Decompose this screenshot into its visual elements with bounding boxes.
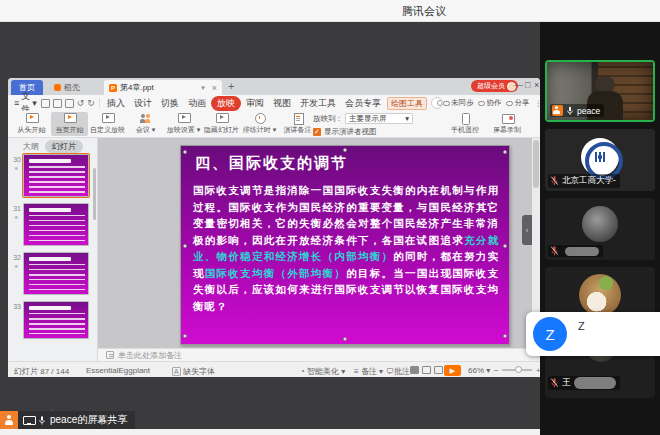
slide-thumbnail-31[interactable] [23,203,89,246]
pane-collapse-handle[interactable]: ‹ [522,215,532,245]
wps-docer-tab[interactable]: 稻壳 [46,80,88,95]
menu-tab-animation[interactable]: 动画 [184,96,210,111]
wps-presentation-window: 首页 稻壳 P 第4章.ppt ▾ × + 超级会员 — □ × ≡ 文件 ▾ [8,78,540,377]
bottom-strip [0,429,540,435]
docer-icon [54,84,61,91]
transition-star-icon: ★ [14,165,18,171]
zoom-slider[interactable] [502,369,532,371]
play-slideshow-button[interactable]: ▶ [444,365,461,376]
maximize-button[interactable]: □ [525,80,530,90]
screen-share-icon [23,416,34,425]
zoom-slider-knob[interactable] [515,366,522,373]
quick-access-toolbar: ↺ ↻ [41,98,100,108]
notes-icon [106,351,114,359]
close-button[interactable]: × [534,80,539,90]
slide-number: 31 [11,205,21,212]
minimize-button[interactable]: — [514,80,523,90]
menu-tab-insert[interactable]: 插入 [103,96,129,111]
participant-tile-3[interactable] [545,198,655,260]
popup-name: Z [578,320,585,332]
menu-tab-transition[interactable]: 切换 [157,96,183,111]
collab-button[interactable]: 协作 [478,98,501,108]
participant-label: 北京工商大学- [548,174,620,188]
phone-remote-button[interactable]: 手机遥控 [445,112,485,136]
outline-tab[interactable]: 大纲 [23,141,39,152]
selection-handle[interactable] [503,244,507,248]
menu-tab-devtools[interactable]: 开发工具 [296,96,340,111]
selection-handle[interactable] [183,334,187,338]
menu-tab-view[interactable]: 视图 [269,96,295,111]
selection-handle[interactable] [183,150,187,154]
popup-avatar: Z [533,317,567,351]
zoom-out-button[interactable]: − [494,366,499,375]
undo-icon[interactable]: ↺ [77,98,85,108]
smart-beautify-button[interactable]: ◔ 智能美化 ▾ [300,366,345,377]
hide-slide-icon [215,113,228,124]
speaker-view-checkbox[interactable]: ✓ [313,128,321,136]
slide-thumbnail-30[interactable] [23,154,89,197]
tab-dropdown-icon[interactable]: ▾ [201,84,205,92]
command-search-input[interactable]: 查找命令，搜索模板 [431,97,443,109]
sorter-view-icon[interactable] [422,366,431,374]
selection-handle[interactable] [343,148,347,152]
meeting-title: 腾讯会议 [402,4,446,19]
notes-toggle-button[interactable]: ≡ 备注 ▾ [354,366,383,377]
theme-name[interactable]: EssentialEggplant [86,366,150,375]
save-icon[interactable] [41,99,50,108]
tab-close-icon[interactable]: × [212,83,217,93]
mic-icon [38,415,46,426]
transition-star-icon: ★ [14,214,18,220]
selection-handle[interactable] [503,150,507,154]
menu-tab-membership[interactable]: 会员专享 [341,96,385,111]
tencent-meeting-window: 腾讯会议 首页 稻壳 P 第4章.ppt ▾ × + 超级会员 — □ [0,0,660,435]
sync-status-button[interactable]: 未同步 [443,98,474,108]
selection-handle[interactable] [183,244,187,248]
slides-tab[interactable]: 幻灯片 [45,140,83,153]
panel-scrollbar[interactable] [93,168,96,220]
slide-body-text: 国际收支调节是指消除一国国际收支失衡的内在机制与作用过程。国际收支作为国民经济的… [193,182,499,315]
current-slide[interactable]: 四、国际收支的调节 国际收支调节是指消除一国国际收支失衡的内在机制与作用过程。国… [180,145,510,345]
selection-handle[interactable] [503,334,507,338]
drawing-tools-tab[interactable]: 绘图工具 [387,97,427,110]
document-tab[interactable]: P 第4章.ppt ▾ × [104,80,222,95]
participant-label: peace [550,104,604,117]
notes-bar[interactable]: 单击此处添加备注 [98,348,540,361]
selection-handle[interactable] [343,337,347,341]
print-icon[interactable] [53,99,62,108]
menu-tab-slideshow[interactable]: 放映 [211,96,241,111]
account-badge[interactable]: 超级会员 [471,80,518,92]
new-tab-button[interactable]: + [228,80,234,92]
menu-tab-review[interactable]: 审阅 [242,96,268,111]
normal-view-icon[interactable] [410,366,419,374]
zoom-level[interactable]: 66% ▾ [468,366,490,375]
slide-thumbnail-32[interactable] [23,252,89,295]
mic-on-icon [566,106,574,116]
rehearse-timing-button[interactable]: 排练计时 ▾ [241,112,278,136]
slide-counter: 幻灯片 87 / 144 [14,366,69,377]
display-to-select[interactable]: 主要显示屏▾ [345,113,413,124]
export-icon[interactable] [65,99,74,108]
share-button[interactable]: 分享 [506,98,529,108]
slide-number: 30 [11,156,21,163]
redo-icon[interactable]: ↻ [87,98,95,108]
display-target-group: 放映到： 主要显示屏▾ ✓ 显示演讲者视图 [313,113,441,137]
slide-thumbnail-33[interactable] [23,301,89,339]
slideshow-settings-button[interactable]: 放映设置 ▾ [165,112,202,136]
screen-record-button[interactable]: 屏幕录制 [487,112,527,136]
mic-muted-icon [550,176,559,186]
custom-slideshow-button[interactable]: 自定义放映 [89,112,126,136]
reading-view-icon[interactable] [434,366,443,374]
play-from-current-button[interactable]: 当页开始 [51,112,88,136]
speaker-notes-button[interactable]: 演讲备注 [279,112,316,136]
missing-font-button[interactable]: A 缺失字体 [172,366,215,377]
participant-popup[interactable]: Z Z [526,312,660,356]
play-from-start-button[interactable]: 从头开始 [13,112,50,136]
menu-tab-design[interactable]: 设计 [130,96,156,111]
font-icon: A [172,367,181,376]
comments-button[interactable]: 🗩批注 [386,366,410,377]
meeting-button[interactable]: 会议 ▾ [127,112,164,136]
hide-slide-button[interactable]: 隐藏幻灯片 [203,112,240,136]
wps-tabbar: 首页 稻壳 P 第4章.ppt ▾ × + 超级会员 — □ × [8,78,540,95]
participant-tile-university[interactable]: 北京工商大学- [545,129,655,191]
participant-tile-peace[interactable]: peace [545,60,655,122]
